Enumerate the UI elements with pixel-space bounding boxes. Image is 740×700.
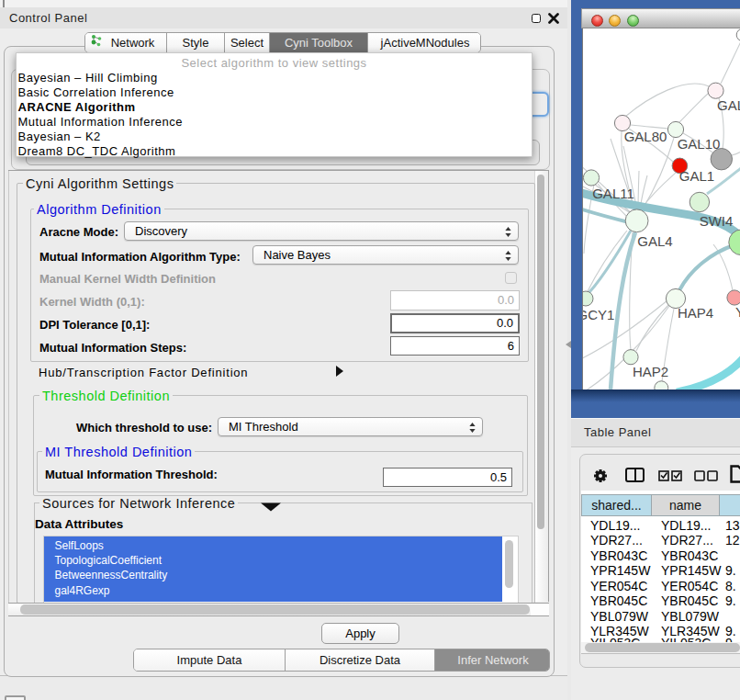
svg-text:Y: Y bbox=[735, 304, 740, 320]
svg-text:GCY1: GCY1 bbox=[583, 307, 614, 322]
svg-text:HAP2: HAP2 bbox=[633, 364, 668, 379]
svg-text:GAL80: GAL80 bbox=[624, 129, 667, 144]
svg-text:GAL11: GAL11 bbox=[592, 186, 634, 201]
svg-text:GAL10: GAL10 bbox=[678, 136, 721, 152]
svg-text:GAL1: GAL1 bbox=[679, 168, 714, 184]
svg-text:GAL4: GAL4 bbox=[637, 233, 672, 249]
svg-text:HAP4: HAP4 bbox=[678, 305, 713, 321]
svg-text:SWI4: SWI4 bbox=[700, 213, 734, 229]
svg-text:GAL2: GAL2 bbox=[717, 97, 740, 113]
